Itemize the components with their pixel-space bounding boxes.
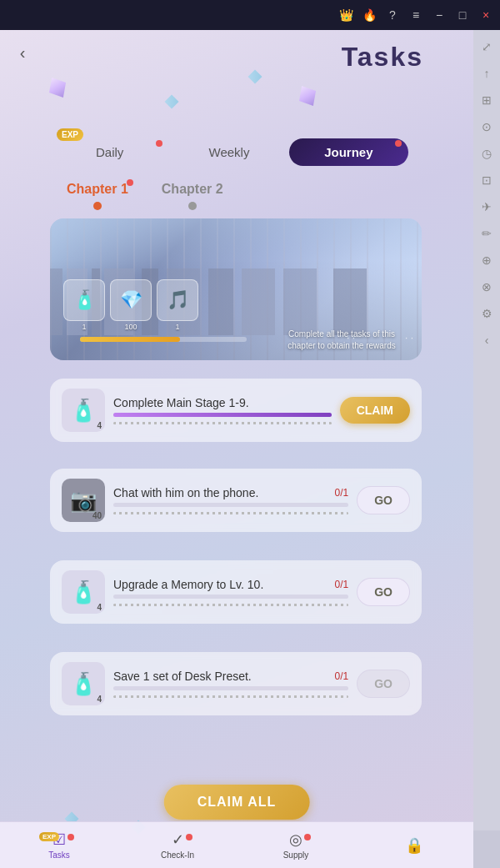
grid-icon[interactable]: ⊞ bbox=[477, 90, 497, 110]
task-progress-bg-4 bbox=[113, 686, 348, 690]
nav-dot-tasks bbox=[68, 834, 74, 840]
task-card-2: 📷 40 Chat with him on the phone. 0/1 GO bbox=[50, 469, 422, 532]
tab-weekly[interactable]: Weekly bbox=[169, 138, 288, 166]
nav-icon-checkin: ✓ bbox=[172, 830, 184, 849]
arrow-back-icon[interactable]: ‹ bbox=[477, 330, 497, 350]
nav-dot-supply bbox=[304, 834, 311, 840]
banner-progress-fill bbox=[80, 337, 180, 342]
task-icon-4: 🧴 4 bbox=[62, 662, 105, 705]
nav-item-checkin[interactable]: ✓ Check-In bbox=[118, 830, 237, 860]
task-icon-count-4: 4 bbox=[97, 695, 102, 704]
chapter-1-item[interactable]: Chapter 1 bbox=[67, 182, 128, 210]
banner-deco-dots2: · · bbox=[405, 332, 413, 344]
task-hatch-3 bbox=[113, 604, 348, 606]
task-count-3: 0/1 bbox=[335, 579, 349, 590]
nav-item-supply[interactable]: ◎ Supply bbox=[237, 830, 355, 860]
task-count-2: 0/1 bbox=[335, 487, 349, 499]
task-icon-count-2: 40 bbox=[92, 511, 102, 520]
nav-dot-checkin bbox=[186, 834, 192, 840]
pencil-icon[interactable]: ✏ bbox=[477, 223, 497, 243]
close-icon[interactable]: × bbox=[478, 8, 493, 23]
reward-item-2: 💎 bbox=[110, 279, 152, 321]
minimize-icon[interactable]: − bbox=[432, 8, 447, 23]
layers-icon[interactable]: ⊗ bbox=[477, 277, 497, 297]
nav-label-supply: Supply bbox=[283, 850, 309, 860]
arrow-up-icon[interactable]: ↑ bbox=[477, 63, 497, 83]
task-card-1: 🧴 4 Complete Main Stage 1-9. CLAIM bbox=[50, 379, 422, 442]
task-go-button-2[interactable]: GO bbox=[357, 486, 410, 514]
tab-journey[interactable]: Journey bbox=[289, 138, 408, 166]
fire-icon[interactable]: 🔥 bbox=[362, 8, 377, 23]
tab-daily[interactable]: Daily bbox=[50, 138, 169, 166]
task-progress-bg-1 bbox=[113, 413, 332, 417]
clock-icon[interactable]: ◷ bbox=[477, 143, 497, 163]
task-card-4: 🧴 4 Save 1 set of Desk Preset. 0/1 GO bbox=[50, 652, 422, 715]
chapter-2-item[interactable]: Chapter 2 bbox=[162, 182, 223, 210]
box-icon[interactable]: ⊡ bbox=[477, 170, 497, 190]
task-hatch-2 bbox=[113, 512, 348, 514]
task-icon-count-3: 4 bbox=[97, 603, 102, 612]
chapter-2-label: Chapter 2 bbox=[162, 182, 223, 197]
help-icon[interactable]: ? bbox=[385, 8, 400, 23]
chapter-2-indicator bbox=[188, 202, 197, 210]
task-progress-bg-3 bbox=[113, 595, 348, 599]
task-info-4: Save 1 set of Desk Preset. 0/1 bbox=[113, 670, 348, 698]
reward-item-1: 🧴 bbox=[63, 279, 105, 321]
deco-prism-1 bbox=[49, 78, 66, 98]
expand-icon[interactable]: ⤢ bbox=[477, 37, 497, 57]
task-info-1: Complete Main Stage 1-9. bbox=[113, 396, 332, 424]
deco-diamond-1 bbox=[165, 95, 179, 109]
task-icon-3: 🧴 4 bbox=[62, 570, 105, 614]
chapter-1-indicator bbox=[93, 202, 102, 210]
back-button[interactable]: ‹ bbox=[10, 40, 35, 65]
task-claim-button-1[interactable]: CLAIM bbox=[340, 397, 410, 424]
deco-prism-2 bbox=[299, 86, 316, 106]
task-icon-2: 📷 40 bbox=[62, 479, 105, 522]
task-icon-1: 🧴 4 bbox=[62, 389, 105, 432]
chapter-1-label: Chapter 1 bbox=[67, 182, 128, 196]
task-hatch-4 bbox=[113, 695, 348, 698]
right-panel: ⤢ ↑ ⊞ ⊙ ◷ ⊡ ✈ ✏ ⊕ ⊗ ⚙ ‹ bbox=[473, 30, 500, 830]
task-go-button-3[interactable]: GO bbox=[357, 578, 410, 606]
gear-icon[interactable]: ⚙ bbox=[477, 304, 497, 324]
task-progress-fill-1 bbox=[113, 413, 332, 417]
maximize-icon[interactable]: □ bbox=[455, 8, 470, 23]
tab-dot-daily bbox=[156, 140, 162, 147]
chapter-banner: 🧴 1 💎 100 🎵 1 Complete all the tasks of … bbox=[50, 218, 422, 360]
nav-item-tasks[interactable]: EXP ☑ Tasks bbox=[0, 830, 118, 860]
bottom-nav: EXP ☑ Tasks ✓ Check-In ◎ Supply 🔒 bbox=[0, 821, 473, 868]
deco-diamond-2 bbox=[248, 70, 262, 84]
plane-icon[interactable]: ✈ bbox=[477, 197, 497, 217]
title-bar: 👑 🔥 ? ≡ − □ × bbox=[0, 0, 500, 30]
task-name-2: Chat with him on the phone. bbox=[113, 486, 258, 499]
task-go-button-4[interactable]: GO bbox=[357, 670, 410, 698]
nav-icon-supply: ◎ bbox=[289, 830, 302, 849]
banner-deco-dots: · · bbox=[347, 332, 355, 344]
task-name-3: Upgrade a Memory to Lv. 10. bbox=[113, 578, 263, 591]
circle-icon[interactable]: ⊙ bbox=[477, 117, 497, 137]
task-progress-bg-2 bbox=[113, 503, 348, 507]
reward-count-2: 100 bbox=[124, 323, 137, 331]
menu-icon[interactable]: ≡ bbox=[408, 8, 423, 23]
banner-description: Complete all the tasks of this chapter t… bbox=[275, 329, 408, 352]
crown-icon[interactable]: 👑 bbox=[338, 8, 353, 23]
chapter-selector: Chapter 1 Chapter 2 bbox=[67, 182, 223, 210]
task-icon-count-1: 4 bbox=[97, 421, 102, 430]
page-title: Tasks bbox=[342, 42, 423, 73]
add-circle-icon[interactable]: ⊕ bbox=[477, 250, 497, 270]
task-info-3: Upgrade a Memory to Lv. 10. 0/1 bbox=[113, 578, 348, 606]
nav-label-checkin: Check-In bbox=[161, 850, 194, 860]
reward-count-3: 1 bbox=[175, 323, 179, 331]
reward-item-3: 🎵 bbox=[157, 279, 198, 321]
banner-reward-items: 🧴 1 💎 100 🎵 1 bbox=[63, 279, 198, 331]
nav-item-lock[interactable]: 🔒 bbox=[355, 836, 473, 855]
chapter-1-dot bbox=[127, 179, 133, 186]
nav-label-tasks: Tasks bbox=[48, 850, 70, 860]
task-name-1: Complete Main Stage 1-9. bbox=[113, 396, 332, 409]
task-name-4: Save 1 set of Desk Preset. bbox=[113, 670, 252, 683]
claim-all-button[interactable]: CLAIM ALL bbox=[164, 785, 310, 820]
tab-dot-journey bbox=[395, 140, 402, 147]
nav-exp-badge: EXP bbox=[39, 832, 59, 841]
task-info-2: Chat with him on the phone. 0/1 bbox=[113, 486, 348, 514]
exp-badge: EXP bbox=[57, 128, 83, 141]
